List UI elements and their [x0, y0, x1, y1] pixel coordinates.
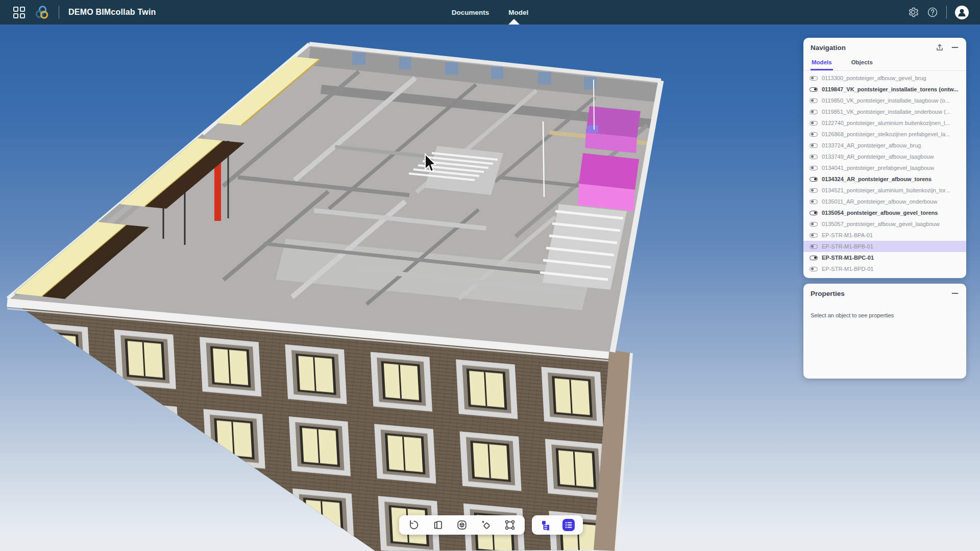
model-visibility-toggle[interactable] — [810, 211, 818, 215]
model-list-item[interactable]: 0134041_pontsteiger_prefabgevel_laagbouw — [803, 162, 966, 173]
navigation-title: Navigation — [811, 44, 936, 52]
model-list-item[interactable]: EP-STR-M1-BPC-01 — [803, 252, 966, 263]
model-name: 0134041_pontsteiger_prefabgevel_laagbouw — [822, 165, 934, 171]
model-list-item[interactable]: 0133724_AR_pontsteiger_afbouw_brug — [803, 140, 966, 151]
view-toolbar — [399, 515, 525, 535]
model-name: 0119851_VK_pontsteiger_installatie_onder… — [822, 109, 950, 115]
model-name: 0134324_AR_pontsteiger_afbouw_torens — [822, 176, 932, 182]
model-name: 0119847_VK_pontsteiger_installatie_toren… — [822, 86, 958, 92]
model-visibility-toggle[interactable] — [810, 132, 818, 137]
tab-documents[interactable]: Documents — [452, 9, 489, 16]
tab-objects[interactable]: Objects — [850, 56, 874, 70]
panel-toolbar — [532, 515, 583, 535]
model-name: 0133724_AR_pontsteiger_afbouw_brug — [822, 142, 921, 148]
model-visibility-toggle[interactable] — [810, 110, 818, 114]
model-list-item[interactable]: 0135054_pontsteiger_afbouw_gevel_torens — [803, 207, 966, 218]
model-name: EP-STR-M1-BPC-01 — [822, 255, 874, 261]
export-icon[interactable] — [936, 43, 944, 52]
apps-grid-icon[interactable] — [13, 7, 25, 18]
model-list-item[interactable]: 0134521_pontsteiger_aluminium_buitenkozi… — [803, 185, 966, 196]
model-visibility-toggle[interactable] — [810, 267, 818, 271]
model-name: 0135011_AR_pontsteiger_afbouw_onderbouw — [822, 198, 937, 205]
model-list-item[interactable]: 0119847_VK_pontsteiger_installatie_toren… — [803, 84, 966, 95]
model-list-item[interactable]: 0126868_pontsteiger_stelkozijnen prefabg… — [803, 129, 966, 140]
model-name: 0119850_VK_pontsteiger_installatie_laagb… — [822, 97, 950, 104]
top-bar: DEMO BIMcollab Twin Documents Model — [0, 0, 980, 24]
clip-tool-icon[interactable] — [477, 517, 495, 533]
model-list-item[interactable]: 0135011_AR_pontsteiger_afbouw_onderbouw — [803, 196, 966, 207]
collapse-icon[interactable] — [951, 289, 959, 297]
model-visibility-toggle[interactable] — [810, 76, 818, 81]
model-visibility-toggle[interactable] — [810, 98, 818, 103]
account-avatar-icon[interactable] — [955, 6, 969, 19]
properties-panel: Properties Select an object to see prope… — [803, 284, 966, 379]
model-visibility-toggle[interactable] — [810, 177, 818, 182]
divider — [59, 6, 59, 19]
model-list: 0113300_pontsteiger_afbouw_gevel_brug 01… — [803, 71, 966, 278]
bimcollab-logo-icon — [34, 5, 50, 20]
model-name: 0126868_pontsteiger_stelkozijnen prefabg… — [822, 131, 950, 137]
model-name: 0135054_pontsteiger_afbouw_gevel_torens — [822, 210, 938, 216]
model-visibility-toggle[interactable] — [810, 143, 818, 148]
list-panel-icon[interactable] — [560, 517, 577, 533]
model-tree-icon[interactable] — [537, 517, 555, 533]
model-list-item[interactable]: 0133749_AR_pontsteiger_afbouw_laagbouw — [803, 151, 966, 162]
model-list-item[interactable]: EP-STR-M1-BPB-01 — [803, 241, 966, 252]
properties-empty-message: Select an object to see properties — [803, 301, 966, 330]
model-list-item[interactable]: 0122740_pontsteiger_aluminium buitenkozi… — [803, 117, 966, 129]
model-list-item[interactable]: 0119850_VK_pontsteiger_installatie_laagb… — [803, 95, 966, 106]
tab-models[interactable]: Models — [811, 56, 833, 70]
model-visibility-toggle[interactable] — [810, 166, 818, 170]
home-view-icon[interactable] — [453, 517, 471, 533]
model-list-item[interactable]: EP-STR-M1-BPD-01 — [803, 263, 966, 274]
model-list-item[interactable]: 0113300_pontsteiger_afbouw_gevel_brug — [803, 72, 966, 84]
properties-title: Properties — [811, 290, 951, 297]
reset-view-icon[interactable] — [405, 517, 423, 533]
model-name: 0135057_pontsteiger_afbouw_gevel_laagbou… — [822, 221, 940, 227]
model-visibility-toggle[interactable] — [810, 121, 818, 126]
model-name: 0133749_AR_pontsteiger_afbouw_laagbouw — [822, 154, 934, 160]
model-name: 0113300_pontsteiger_afbouw_gevel_brug — [822, 75, 926, 81]
model-visibility-toggle[interactable] — [810, 222, 818, 227]
model-list-item[interactable]: 0134324_AR_pontsteiger_afbouw_torens — [803, 173, 966, 185]
model-list-item[interactable]: 0119851_VK_pontsteiger_installatie_onder… — [803, 106, 966, 117]
help-icon[interactable] — [927, 7, 938, 18]
model-name: 0122740_pontsteiger_aluminium buitenkozi… — [822, 120, 950, 126]
section-views-icon[interactable] — [429, 517, 447, 533]
active-tab-caret — [508, 19, 520, 24]
model-visibility-toggle[interactable] — [810, 199, 818, 204]
model-visibility-toggle[interactable] — [810, 256, 818, 260]
model-visibility-toggle[interactable] — [810, 233, 818, 238]
area-select-icon[interactable] — [501, 517, 519, 533]
navigation-tabs: Models Objects — [803, 55, 966, 71]
collapse-icon[interactable] — [951, 43, 959, 52]
model-visibility-toggle[interactable] — [810, 188, 818, 193]
model-name: 0134521_pontsteiger_aluminium_buitenkozi… — [822, 187, 950, 193]
model-visibility-toggle[interactable] — [810, 87, 818, 92]
model-visibility-toggle[interactable] — [810, 244, 818, 249]
model-name: EP-STR-M1-BPB-01 — [822, 243, 873, 249]
navigation-panel: Navigation Models Objects 0113300_pontst… — [803, 38, 966, 278]
model-visibility-toggle[interactable] — [810, 155, 818, 159]
model-name: EP-STR-M1-BPD-01 — [822, 266, 873, 272]
settings-gear-icon[interactable] — [908, 7, 919, 18]
model-list-item[interactable]: EP-STR-M1-BPA-01 — [803, 230, 966, 241]
app-title: DEMO BIMcollab Twin — [68, 8, 156, 17]
tab-model[interactable]: Model — [508, 9, 528, 16]
model-name: EP-STR-M1-BPA-01 — [822, 232, 873, 238]
model-list-item[interactable]: 0135057_pontsteiger_afbouw_gevel_laagbou… — [803, 218, 966, 230]
